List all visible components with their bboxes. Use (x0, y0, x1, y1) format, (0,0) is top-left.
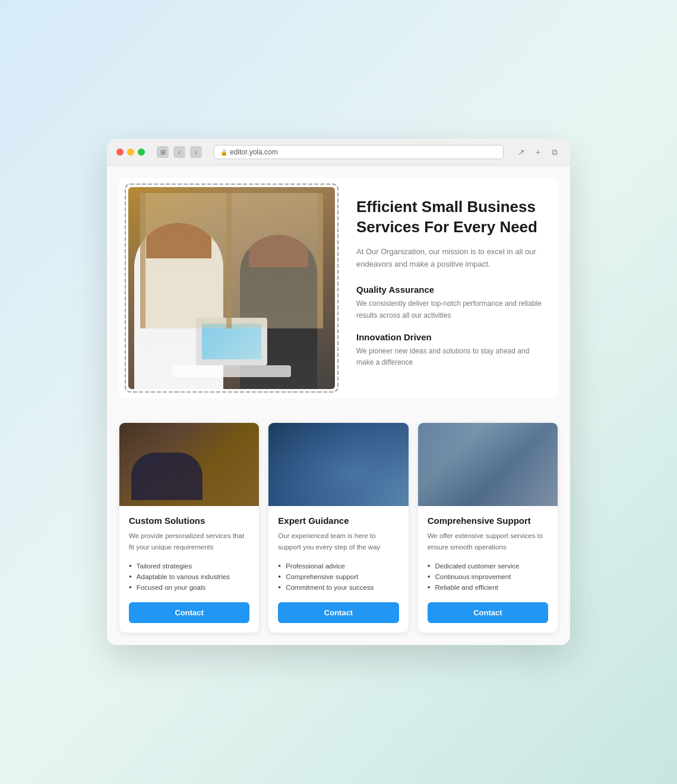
card-image-custom (119, 423, 259, 506)
minimize-button[interactable] (127, 148, 134, 156)
card-body-expert: Expert Guidance Our experienced team is … (268, 506, 408, 633)
hero-subtitle: At Our Organization, our mission is to e… (356, 246, 546, 271)
list-item: Continuous improvement (428, 571, 548, 582)
card-comprehensive-support: Comprehensive Support We offer extensive… (417, 422, 558, 633)
list-item: Dedicated customer service (428, 561, 548, 571)
address-bar[interactable]: 🔒 editor.yola.com (214, 145, 504, 159)
hero-image-wrapper (125, 184, 338, 393)
lock-icon: 🔒 (220, 149, 227, 156)
browser-content: Efficient Small Business Services For Ev… (107, 166, 570, 645)
card-title-expert: Expert Guidance (278, 516, 398, 526)
feature-desc-innovation: We pioneer new ideas and solutions to st… (356, 346, 546, 368)
list-item: Commitment to your success (278, 582, 398, 593)
share-icon[interactable]: ↗ (515, 146, 527, 158)
list-item: Tailored strategies (129, 561, 249, 571)
card-body-custom: Custom Solutions We provide personalized… (119, 506, 259, 633)
contact-button-expert[interactable]: Contact (278, 602, 398, 623)
list-item: Reliable and efficient (428, 582, 548, 593)
feature-title-innovation: Innovation Driven (356, 332, 546, 342)
list-item: Focused on your goals (129, 582, 249, 593)
feature-block-quality: Quality Assurance We consistently delive… (356, 284, 546, 321)
card-title-support: Comprehensive Support (428, 516, 548, 526)
browser-titlebar: ⊞ ‹ › 🔒 editor.yola.com ↗ + ⧉ (107, 139, 570, 166)
card-body-support: Comprehensive Support We offer extensive… (418, 506, 558, 633)
card-desc-support: We offer extensive support services to e… (428, 530, 548, 552)
cards-section: Custom Solutions We provide personalized… (119, 422, 558, 633)
back-button[interactable]: ‹ (173, 146, 185, 158)
card-title-custom: Custom Solutions (129, 516, 249, 526)
card-expert-guidance: Expert Guidance Our experienced team is … (268, 422, 409, 633)
list-item: Adaptable to various industries (129, 571, 249, 582)
feature-title-quality: Quality Assurance (356, 284, 546, 295)
card-custom-solutions: Custom Solutions We provide personalized… (119, 422, 260, 633)
hero-section: Efficient Small Business Services For Ev… (119, 178, 558, 399)
card-desc-expert: Our experienced team is here to support … (278, 530, 398, 552)
card-image-support (418, 423, 558, 506)
feature-block-innovation: Innovation Driven We pioneer new ideas a… (356, 332, 546, 368)
list-item: Professional advice (278, 561, 398, 571)
url-text: editor.yola.com (230, 148, 278, 156)
browser-window: ⊞ ‹ › 🔒 editor.yola.com ↗ + ⧉ (107, 139, 570, 645)
desk-element (172, 365, 291, 377)
contact-button-support[interactable]: Contact (428, 602, 548, 623)
card-list-custom: Tailored strategies Adaptable to various… (129, 561, 249, 593)
extensions-icon[interactable]: ⧉ (549, 146, 561, 158)
contact-button-custom[interactable]: Contact (129, 602, 249, 623)
card-desc-custom: We provide personalized services that fi… (129, 530, 249, 552)
maximize-button[interactable] (138, 148, 145, 156)
browser-actions: ↗ + ⧉ (515, 146, 561, 158)
new-tab-icon[interactable]: + (532, 146, 544, 158)
feature-desc-quality: We consistently deliver top-notch perfor… (356, 298, 546, 321)
hero-text: Efficient Small Business Services For Ev… (356, 191, 552, 385)
card-list-support: Dedicated customer service Continuous im… (428, 561, 548, 593)
traffic-lights (116, 148, 145, 156)
list-item: Comprehensive support (278, 571, 398, 582)
close-button[interactable] (116, 148, 124, 156)
card-list-expert: Professional advice Comprehensive suppor… (278, 561, 398, 593)
forward-button[interactable]: › (190, 146, 202, 158)
laptop-screen (196, 318, 267, 365)
browser-controls: ⊞ ‹ › (157, 146, 202, 158)
hero-title: Efficient Small Business Services For Ev… (356, 197, 546, 238)
card-image-expert (268, 423, 408, 506)
hero-image (128, 187, 335, 389)
sidebar-toggle-icon[interactable]: ⊞ (157, 146, 169, 158)
